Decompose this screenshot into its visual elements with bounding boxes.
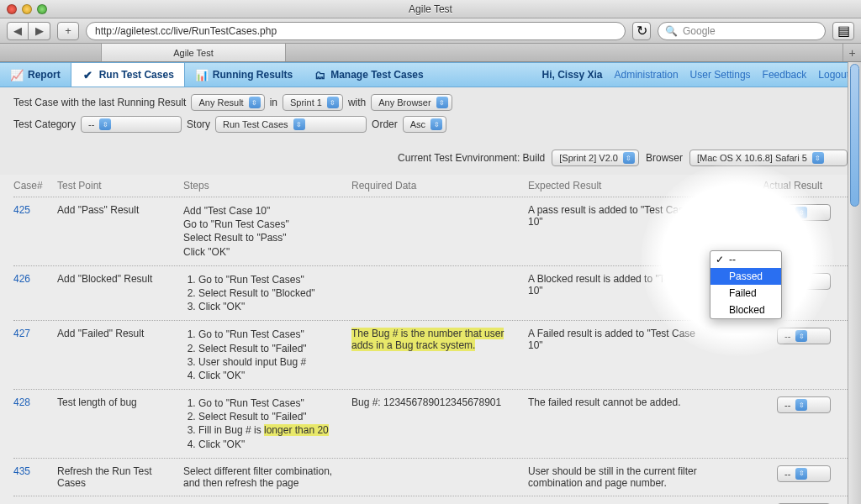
tab-running-results[interactable]: 📊Running Results: [185, 63, 303, 87]
new-tab-button[interactable]: +: [843, 44, 861, 61]
browser-tab-bar: Agile Test +: [0, 44, 861, 62]
expected-result: User should be still in the current filt…: [528, 465, 705, 489]
actual-result-select[interactable]: --⇳: [777, 465, 831, 482]
reload-button[interactable]: ↻: [632, 22, 651, 40]
filter-category-select[interactable]: --⇳: [81, 116, 182, 133]
filter-sprint-select[interactable]: Sprint 1⇳: [283, 94, 343, 111]
col-exp: Expected Result: [528, 180, 705, 192]
filter-result-select[interactable]: Any Result⇳: [191, 94, 264, 111]
case-link[interactable]: 425: [13, 204, 30, 216]
tab-run-test-cases[interactable]: ✔Run Test Cases: [71, 63, 185, 87]
table-row: 427Add "Failed" ResultGo to "Run Test Ca…: [13, 321, 848, 390]
filter-order-select[interactable]: Asc⇳: [403, 116, 446, 133]
chevron-updn-icon: ⇳: [430, 118, 442, 130]
greeting: Hi, Cissy Xia: [541, 69, 602, 81]
forward-button[interactable]: ▶: [29, 22, 50, 40]
steps-cell: Add "Test Case 10"Go to "Run Test Cases"…: [183, 204, 343, 259]
table-row: 428Test length of bugGo to "Run Test Cas…: [13, 390, 848, 459]
steps-cell: Select different filter combination, and…: [183, 465, 343, 489]
required-data: Bug #: 123456789012345678901: [351, 396, 520, 408]
col-act: Actual Result: [713, 180, 848, 192]
filter-panel: Test Case with the last Running Result A…: [0, 87, 861, 144]
case-link[interactable]: 428: [13, 396, 30, 408]
search-icon: 🔍: [665, 25, 678, 37]
test-point: Add "Pass" Result: [57, 204, 175, 216]
results-icon: 📊: [195, 68, 209, 81]
link-user-settings[interactable]: User Settings: [690, 69, 751, 81]
col-steps: Steps: [183, 180, 343, 192]
required-data: The Bug # is the number that user adds i…: [351, 328, 520, 351]
test-point: Add "Blocked" Result: [57, 273, 175, 285]
vertical-scrollbar[interactable]: [848, 62, 861, 504]
col-case: Case#: [13, 180, 49, 192]
scroll-thumb[interactable]: [850, 64, 859, 207]
run-icon: ✔: [82, 68, 95, 81]
link-feedback[interactable]: Feedback: [763, 69, 807, 81]
chevron-updn-icon: ⇳: [812, 152, 824, 164]
env-row: Current Test Evnvironment: Build [Sprint…: [0, 144, 861, 175]
chevron-updn-icon: ⇳: [795, 207, 807, 218]
test-point: Test length of bug: [57, 396, 175, 408]
address-bar[interactable]: http://agiletest.cc/live/RunTestCases.ph…: [86, 22, 626, 40]
col-point: Test Point: [57, 180, 175, 192]
actual-result-dropdown[interactable]: --PassedFailedBlocked: [710, 250, 782, 319]
tab-report[interactable]: 📈Report: [0, 63, 71, 87]
steps-cell: Go to "Run Test Cases"Select Result to "…: [183, 328, 343, 382]
case-link[interactable]: 435: [13, 465, 30, 477]
expected-result: A Blocked result is added to "Test Case …: [528, 273, 705, 297]
env-build-label: Current Test Evnvironment: Build: [398, 152, 545, 164]
reload-icon: ↻: [637, 23, 647, 39]
actual-result-select[interactable]: --⇳: [777, 328, 831, 344]
dropdown-option[interactable]: Failed: [710, 285, 781, 302]
env-browser-label: Browser: [646, 152, 683, 164]
chevron-updn-icon: ⇳: [99, 118, 111, 130]
table-row: 443The Sprint/Build filter of Run Test C…: [13, 496, 848, 504]
actual-result-select[interactable]: --⇳: [777, 396, 831, 413]
browser-tab[interactable]: Agile Test: [101, 44, 286, 61]
search-placeholder: Google: [683, 25, 716, 37]
chevron-updn-icon: ⇳: [327, 97, 339, 108]
chevron-updn-icon: ⇳: [249, 97, 261, 108]
filter-browser-select[interactable]: Any Browser⇳: [371, 94, 452, 111]
env-browser-select[interactable]: [Mac OS X 10.6.8] Safari 5⇳: [689, 150, 848, 166]
expected-result: The failed result cannot be added.: [528, 396, 705, 408]
dropdown-option[interactable]: --: [710, 251, 781, 268]
window-title: Agile Test: [0, 3, 861, 15]
steps-cell: Go to "Run Test Cases"Select Result to "…: [183, 396, 343, 451]
dropdown-option[interactable]: Blocked: [710, 302, 781, 318]
window-titlebar: Agile Test: [0, 0, 861, 18]
expected-result: A pass result is added to "Test Case 10": [528, 204, 705, 228]
back-button[interactable]: ◀: [7, 22, 29, 40]
chevron-updn-icon: ⇳: [293, 118, 305, 130]
tab-manage-test-cases[interactable]: 🗂Manage Test Cases: [303, 63, 434, 87]
dropdown-option[interactable]: Passed: [710, 268, 781, 285]
chevron-updn-icon: ⇳: [795, 276, 807, 287]
chevron-updn-icon: ⇳: [795, 399, 807, 411]
case-link[interactable]: 426: [13, 273, 30, 285]
actual-result-select[interactable]: --⇳: [777, 273, 831, 290]
bookmarks-button[interactable]: ▤: [832, 22, 854, 40]
link-logout[interactable]: Logout: [818, 69, 849, 81]
filter-category-label: Test Category: [13, 118, 76, 130]
chevron-updn-icon: ⇳: [623, 152, 635, 164]
test-case-grid: Case# Test Point Steps Required Data Exp…: [0, 175, 861, 504]
report-icon: 📈: [10, 68, 24, 81]
browser-toolbar: ◀ ▶ + http://agiletest.cc/live/RunTestCa…: [0, 18, 861, 44]
grid-header: Case# Test Point Steps Required Data Exp…: [13, 175, 848, 197]
steps-cell: Go to "Run Test Cases"Select Result to "…: [183, 273, 343, 314]
app-nav: 📈Report ✔Run Test Cases 📊Running Results…: [0, 62, 861, 87]
filter-story-select[interactable]: Run Test Cases⇳: [215, 116, 367, 133]
search-field[interactable]: 🔍 Google: [658, 22, 826, 40]
env-build-select[interactable]: [Sprint 2] V2.0⇳: [552, 150, 639, 166]
table-row: 435Refresh the Run Test CasesSelect diff…: [13, 459, 848, 496]
add-bookmark-button[interactable]: +: [57, 22, 79, 40]
case-link[interactable]: 427: [13, 328, 30, 339]
filter-result-label: Test Case with the last Running Result: [13, 97, 186, 108]
col-req: Required Data: [351, 180, 520, 192]
test-point: Refresh the Run Test Cases: [57, 465, 175, 489]
actual-result-select[interactable]: --⇳: [777, 204, 831, 221]
bookmarks-icon: ▤: [837, 23, 850, 39]
link-administration[interactable]: Administration: [615, 69, 679, 81]
page-content: 📈Report ✔Run Test Cases 📊Running Results…: [0, 62, 861, 504]
chevron-updn-icon: ⇳: [795, 468, 807, 480]
